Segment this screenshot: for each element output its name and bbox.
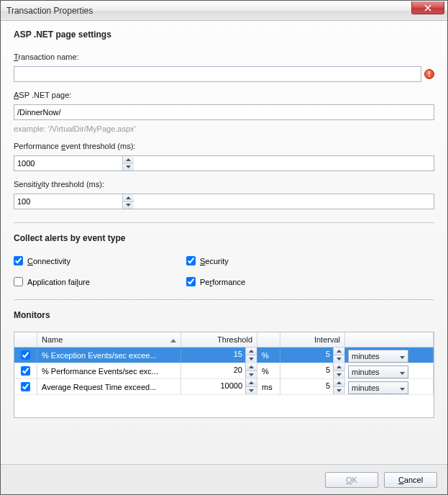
app-failure-checkbox[interactable]: Application failure — [14, 277, 186, 286]
dialog-content: ASP .NET page settings Transaction name:… — [1, 21, 447, 464]
row-checkbox[interactable] — [21, 350, 30, 360]
row-interval-cell: 5 — [280, 363, 345, 378]
sort-asc-icon — [170, 335, 176, 344]
row-checkbox[interactable] — [21, 382, 30, 391]
spinner-down[interactable] — [246, 371, 257, 378]
row-threshold-cell: 15 — [181, 348, 257, 363]
interval-unit-dropdown[interactable]: minutes — [348, 350, 408, 363]
alerts-checkbox-grid: Connectivity Security Application failur… — [14, 256, 434, 286]
performance-checkbox[interactable]: Performance — [186, 277, 434, 286]
spinner-up[interactable] — [246, 348, 257, 355]
row-interval-cell: 5 — [280, 379, 345, 394]
sensitivity-label: Sensitivity threshold (ms): — [14, 180, 434, 189]
row-interval-unit-cell: minutes — [345, 348, 434, 363]
col-header-check[interactable] — [14, 332, 37, 347]
table-row[interactable]: % Exception Events/sec excee...15%5minut… — [14, 348, 434, 363]
interval-unit-dropdown[interactable]: minutes — [348, 381, 408, 394]
section-alerts-title: Collect alerts by event type — [14, 233, 434, 243]
close-icon — [424, 4, 431, 12]
transaction-name-label: Transaction name: — [14, 53, 434, 61]
perf-threshold-spinner[interactable] — [14, 155, 434, 171]
asp-page-label: ASP .NET page: — [14, 91, 434, 99]
row-check-cell — [14, 363, 37, 378]
threshold-spinner[interactable]: 20 — [181, 363, 257, 378]
grid-body: % Exception Events/sec excee...15%5minut… — [14, 348, 434, 395]
row-interval-unit-cell: minutes — [345, 363, 434, 378]
row-name-cell: Average Request Time exceed... — [37, 379, 181, 394]
window-title: Transaction Properties — [6, 6, 93, 16]
row-name-cell: % Performance Events/sec exc... — [37, 363, 181, 378]
dialog-window: Transaction Properties ASP .NET page set… — [0, 0, 448, 495]
row-check-cell — [14, 379, 37, 394]
close-button[interactable] — [411, 1, 444, 14]
row-interval-unit-cell: minutes — [345, 379, 434, 394]
interval-unit-dropdown[interactable]: minutes — [348, 365, 408, 378]
threshold-spinner[interactable]: 10000 — [181, 379, 257, 394]
perf-threshold-label: Performance event threshold (ms): — [14, 142, 434, 150]
row-checkbox[interactable] — [21, 366, 30, 376]
col-header-unit[interactable] — [257, 332, 280, 347]
row-threshold-cell: 10000 — [181, 379, 257, 394]
monitors-grid: Name Threshold Interval % Exception Even… — [14, 332, 434, 418]
col-header-interval[interactable]: Interval — [280, 332, 345, 347]
spinner-up[interactable] — [334, 379, 344, 387]
asp-page-input[interactable] — [14, 104, 434, 120]
ok-button[interactable]: OK — [325, 472, 378, 488]
col-header-name[interactable]: Name — [37, 332, 181, 347]
spinner-up[interactable] — [334, 363, 344, 371]
perf-threshold-input[interactable] — [14, 156, 122, 171]
spinner-down[interactable] — [334, 387, 344, 394]
dialog-footer: OK Cancel — [1, 464, 447, 494]
section-monitors-title: Monitors — [14, 310, 434, 320]
interval-spinner[interactable]: 5 — [280, 379, 344, 394]
chevron-down-icon — [400, 368, 405, 376]
grid-header: Name Threshold Interval — [14, 332, 434, 348]
spinner-up[interactable] — [246, 363, 257, 371]
titlebar: Transaction Properties — [1, 1, 447, 21]
row-unit-cell: % — [257, 348, 280, 363]
table-row[interactable]: Average Request Time exceed...10000ms5mi… — [14, 379, 434, 395]
spinner-up[interactable] — [334, 348, 344, 355]
interval-spinner[interactable]: 5 — [280, 363, 344, 378]
spinner-up[interactable] — [123, 156, 134, 164]
spinner-down[interactable] — [334, 371, 344, 378]
spinner-arrows[interactable] — [122, 194, 134, 209]
row-unit-cell: % — [257, 363, 280, 378]
row-threshold-cell: 20 — [181, 363, 257, 378]
spinner-arrows[interactable] — [122, 156, 134, 171]
security-checkbox[interactable]: Security — [186, 256, 434, 265]
separator — [14, 222, 434, 223]
row-unit-cell: ms — [257, 379, 280, 394]
section-asp-settings-title: ASP .NET page settings — [14, 29, 434, 40]
spinner-down[interactable] — [123, 202, 134, 209]
row-name-cell: % Exception Events/sec excee... — [37, 348, 181, 363]
spinner-down[interactable] — [123, 164, 134, 171]
asp-page-hint: example: '/VirtualDir/MyPage.aspx' — [14, 124, 434, 133]
col-header-interval-unit[interactable] — [345, 332, 434, 347]
spinner-up[interactable] — [246, 379, 257, 387]
separator — [14, 299, 434, 300]
spinner-up[interactable] — [123, 194, 134, 202]
cancel-button[interactable]: Cancel — [384, 472, 437, 488]
connectivity-checkbox[interactable]: Connectivity — [14, 256, 186, 265]
interval-spinner[interactable]: 5 — [280, 348, 344, 363]
spinner-down[interactable] — [246, 387, 257, 394]
col-header-threshold[interactable]: Threshold — [181, 332, 257, 347]
error-icon: ! — [424, 69, 434, 79]
transaction-name-input[interactable] — [14, 66, 421, 82]
chevron-down-icon — [400, 383, 405, 392]
sensitivity-spinner[interactable] — [14, 194, 434, 209]
threshold-spinner[interactable]: 15 — [181, 348, 257, 363]
sensitivity-input[interactable] — [14, 194, 122, 209]
chevron-down-icon — [400, 352, 405, 360]
spinner-down[interactable] — [334, 355, 344, 363]
spinner-down[interactable] — [246, 355, 257, 363]
row-interval-cell: 5 — [280, 348, 345, 363]
row-check-cell — [14, 348, 37, 363]
table-row[interactable]: % Performance Events/sec exc...20%5minut… — [14, 363, 434, 379]
